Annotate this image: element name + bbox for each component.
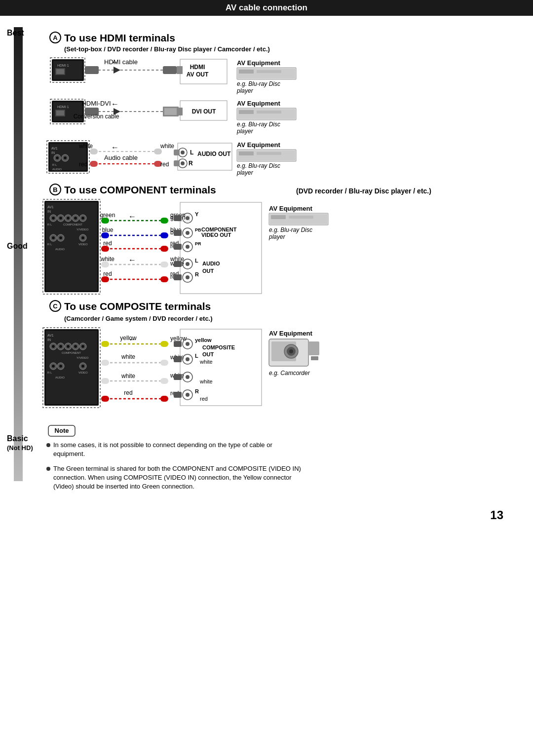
svg-text:e.g. Blu-ray Disc: e.g. Blu-ray Disc [237,162,280,169]
svg-text:AV1: AV1 [47,334,54,337]
svg-rect-147 [160,276,168,282]
svg-text:AV1: AV1 [47,205,54,209]
label-basic: Basic [7,434,28,443]
header-title: AV cable connection [226,3,307,12]
svg-rect-124 [101,218,109,224]
svg-rect-23 [239,70,254,74]
svg-text:VIDEO: VIDEO [78,243,88,246]
svg-rect-24 [257,70,281,73]
svg-rect-13 [163,66,177,74]
svg-text:AV Equipment: AV Equipment [237,141,281,149]
svg-text:AUDIO: AUDIO [52,168,62,171]
svg-rect-130 [101,232,109,238]
svg-text:VIDEO OUT: VIDEO OUT [201,232,231,238]
svg-text:R  L: R L [47,243,52,246]
svg-point-196 [52,345,55,348]
svg-text:R  L: R L [47,371,52,374]
svg-point-102 [59,217,62,220]
svg-rect-31 [56,111,64,115]
svg-rect-146 [101,276,109,282]
svg-text:red: red [124,389,132,396]
svg-rect-88 [257,152,281,155]
svg-point-167 [186,275,190,279]
svg-rect-183 [271,215,286,219]
svg-text:R  L: R L [52,163,57,166]
svg-text:red: red [160,161,169,168]
svg-point-151 [186,216,190,220]
svg-rect-8 [56,69,64,74]
svg-text:AV Equipment: AV Equipment [269,330,313,337]
svg-point-264 [289,349,293,353]
svg-rect-236 [160,378,168,384]
main-diagram: A To use HDMI terminals (Set-top-box / D… [15,21,518,736]
svg-rect-257 [174,374,182,380]
page-header: AV cable connection [0,0,533,16]
svg-point-104 [67,217,70,220]
svg-text:HDMI cable: HDMI cable [104,58,138,66]
svg-text:AV Equipment: AV Equipment [269,205,313,212]
svg-rect-219 [101,341,109,347]
svg-text:HDMI-DVI: HDMI-DVI [81,100,111,107]
svg-text:←: ← [128,256,136,264]
svg-point-210 [59,365,62,368]
svg-text:AV1: AV1 [51,147,58,150]
svg-text:player: player [236,87,254,94]
svg-text:Note: Note [55,427,69,434]
svg-text:blue: blue [102,227,114,233]
svg-text:To use COMPOSITE terminals: To use COMPOSITE terminals [64,301,211,312]
svg-text:←: ← [128,212,136,221]
svg-text:IN: IN [47,210,51,213]
svg-rect-43 [177,108,183,115]
svg-point-253 [186,375,190,379]
svg-text:COMPONENT: COMPONENT [62,351,81,354]
svg-text:B: B [53,186,57,193]
svg-rect-48 [257,111,281,113]
svg-rect-47 [239,110,254,114]
svg-text:R  L: R L [47,223,52,226]
svg-rect-256 [174,356,182,362]
svg-marker-11 [114,67,120,74]
svg-point-79 [181,161,185,165]
svg-rect-225 [101,360,109,366]
svg-text:player: player [268,233,286,240]
svg-rect-266 [311,356,318,360]
svg-text:R: R [195,388,199,394]
svg-text:yellow: yellow [195,337,212,343]
svg-text:L: L [190,149,193,156]
svg-text:AUDIO: AUDIO [55,248,65,251]
svg-text:player: player [236,169,254,176]
svg-rect-176 [174,230,182,236]
svg-text:(DVD recorder / Blu-ray Disc p: (DVD recorder / Blu-ray Disc player / et… [296,187,431,195]
svg-rect-83 [174,160,180,166]
svg-rect-82 [174,150,180,155]
svg-text:(Video) should be inserted int: (Video) should be inserted into Green co… [53,483,194,490]
svg-point-208 [52,365,55,368]
svg-text:red: red [79,161,87,168]
svg-text:R: R [189,160,193,167]
svg-point-108 [81,217,84,220]
svg-rect-12 [85,66,99,74]
svg-point-155 [186,231,190,235]
svg-point-270 [46,443,50,447]
svg-point-56 [56,156,59,159]
svg-text:R: R [195,271,199,277]
svg-text:DVI OUT: DVI OUT [192,108,216,115]
svg-rect-140 [101,262,109,267]
svg-text:white: white [78,143,93,150]
label-good: Good [7,242,28,251]
svg-text:To use COMPONENT terminals: To use COMPONENT terminals [64,184,216,195]
svg-text:VIDEO: VIDEO [78,371,88,374]
svg-text:L: L [195,258,198,264]
svg-point-200 [67,345,70,348]
svg-rect-64 [90,149,98,154]
label-best: Best [7,29,24,38]
svg-point-202 [74,345,77,348]
svg-rect-258 [174,392,182,398]
svg-text:white: white [100,256,114,263]
svg-text:e.g. Camcorder: e.g. Camcorder [269,370,310,377]
svg-text:←: ← [111,58,119,66]
svg-text:AV Equipment: AV Equipment [237,100,281,107]
svg-rect-177 [174,244,182,250]
svg-text:COMPOSITE: COMPOSITE [202,344,235,350]
svg-text:L: L [195,353,198,359]
